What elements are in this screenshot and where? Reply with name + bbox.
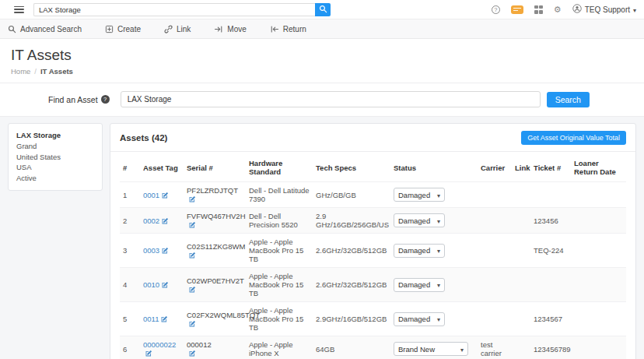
tech-specs: 2.9 GHz/16GB/256GB/US	[313, 208, 390, 234]
global-search	[33, 3, 331, 16]
carrier: test carrier	[478, 336, 512, 359]
edit-icon[interactable]	[161, 315, 168, 322]
chevron-down-icon	[437, 246, 440, 255]
column-header: Tech Specs	[313, 152, 390, 182]
global-search-input[interactable]	[33, 3, 315, 16]
asset-tag-link[interactable]: 00000022	[143, 340, 176, 349]
serial-number: C02WP0E7HV2T	[187, 276, 243, 285]
status-select[interactable]: Damaged	[394, 188, 445, 202]
user-label: TEQ Support	[585, 5, 630, 14]
loaner-return-date	[571, 208, 626, 234]
breadcrumb-home[interactable]: Home	[11, 67, 30, 76]
loaner-return-date	[571, 234, 626, 268]
table-row: 30003C02S11ZKG8WMApple - Apple MacBook P…	[120, 234, 626, 268]
asset-tag-link[interactable]: 0011	[143, 315, 159, 323]
carrier	[478, 182, 512, 208]
serial-number: C02FX2WQML85TQT	[187, 311, 243, 319]
assets-heading: Assets (42)	[120, 133, 167, 143]
tech-specs: GHz/GB/GB	[313, 182, 390, 208]
chevron-down-icon	[437, 315, 440, 323]
serial-number: FVFWQ467HV2H	[187, 212, 243, 220]
column-header: Loaner Return Date	[571, 152, 626, 182]
user-menu[interactable]: TEQ Support	[572, 4, 636, 15]
status-select[interactable]: Damaged	[394, 213, 445, 227]
status-select[interactable]: Damaged	[394, 312, 445, 326]
loaner-return-date	[571, 268, 626, 302]
return-button[interactable]: Return	[270, 25, 306, 33]
action-bar: Advanced Search Create Link Move Return	[0, 19, 644, 39]
status-value: Damaged	[398, 216, 430, 225]
row-number: 3	[120, 234, 140, 268]
hardware-standard: Apple - Apple MacBook Pro 15 TB	[246, 302, 313, 336]
tech-specs: 2.9GHz/16GB/512GB	[313, 302, 390, 336]
menu-icon[interactable]	[14, 6, 24, 13]
breadcrumb: Home IT Assets	[11, 67, 633, 76]
asset-tag-link[interactable]: 0002	[143, 216, 159, 225]
loaner-return-date	[571, 182, 626, 208]
table-header-row: #Asset TagSerial #Hardware StandardTech …	[120, 152, 626, 182]
edit-icon[interactable]	[189, 350, 196, 357]
row-number: 1	[120, 182, 140, 208]
row-number: 4	[120, 268, 140, 302]
breadcrumb-current: IT Assets	[40, 67, 73, 76]
edit-icon[interactable]	[189, 286, 196, 293]
edit-icon[interactable]	[162, 217, 169, 224]
row-number: 5	[120, 302, 140, 336]
help-circle-icon[interactable]	[101, 95, 110, 104]
link-button[interactable]: Link	[164, 25, 191, 33]
column-header: Ticket #	[530, 152, 571, 182]
status-value: Damaged	[398, 315, 430, 323]
edit-icon[interactable]	[162, 247, 169, 254]
get-asset-value-button[interactable]: Get Asset Original Value Total	[521, 131, 626, 145]
hardware-standard: Apple - Apple MacBook Pro 15 TB	[246, 234, 313, 268]
link-cell	[512, 234, 530, 268]
edit-icon[interactable]	[189, 195, 196, 202]
carrier	[478, 208, 512, 234]
global-search-button[interactable]	[315, 3, 331, 16]
create-button[interactable]: Create	[105, 25, 141, 33]
notification-badge[interactable]	[511, 5, 523, 14]
location-line: USA	[16, 162, 94, 173]
loaner-return-date	[571, 336, 626, 359]
loaner-return-date	[571, 302, 626, 336]
status-select[interactable]: Damaged	[394, 244, 445, 258]
move-button[interactable]: Move	[214, 25, 246, 33]
apps-icon[interactable]	[534, 5, 543, 14]
advanced-search-button[interactable]: Advanced Search	[8, 25, 82, 33]
link-cell	[512, 302, 530, 336]
location-summary-card: LAX Storage GrandUnited StatesUSAActive	[8, 123, 103, 191]
return-left-icon	[270, 25, 279, 33]
find-asset-section: Find an Asset Search	[0, 83, 644, 116]
edit-icon[interactable]	[162, 192, 169, 199]
status-value: Damaged	[398, 246, 430, 255]
gear-icon[interactable]	[554, 5, 562, 14]
hardware-standard: Apple - Apple iPhone X	[246, 336, 313, 359]
location-line: Active	[16, 173, 94, 184]
ticket-number: TEQ-224	[530, 234, 571, 268]
table-row: 50011C02FX2WQML85TQTApple - Apple MacBoo…	[120, 302, 626, 336]
edit-icon[interactable]	[162, 281, 169, 288]
tech-specs: 64GB	[313, 336, 390, 359]
asset-tag-link[interactable]: 0010	[143, 280, 159, 289]
asset-tag-link[interactable]: 0001	[143, 191, 159, 199]
help-icon[interactable]	[492, 5, 500, 14]
edit-icon[interactable]	[189, 221, 196, 228]
create-icon	[105, 25, 114, 33]
status-value: Damaged	[398, 280, 430, 289]
status-select[interactable]: Damaged	[394, 278, 445, 292]
status-value: Damaged	[398, 191, 430, 199]
location-line: United States	[16, 152, 94, 163]
column-header: Carrier	[478, 152, 512, 182]
edit-icon[interactable]	[189, 320, 196, 327]
edit-icon[interactable]	[189, 252, 196, 259]
tech-specs: 2.6GHz/32GB/512GB	[313, 234, 390, 268]
edit-icon[interactable]	[145, 350, 152, 357]
find-asset-input[interactable]	[121, 91, 541, 107]
find-asset-search-button[interactable]: Search	[547, 92, 590, 107]
link-cell	[512, 208, 530, 234]
asset-tag-link[interactable]: 0003	[143, 246, 159, 255]
status-select[interactable]: Brand New	[394, 342, 468, 356]
assets-card: Assets (42) Get Asset Original Value Tot…	[110, 123, 636, 359]
link-cell	[512, 182, 530, 208]
breadcrumb-separator	[34, 67, 37, 76]
